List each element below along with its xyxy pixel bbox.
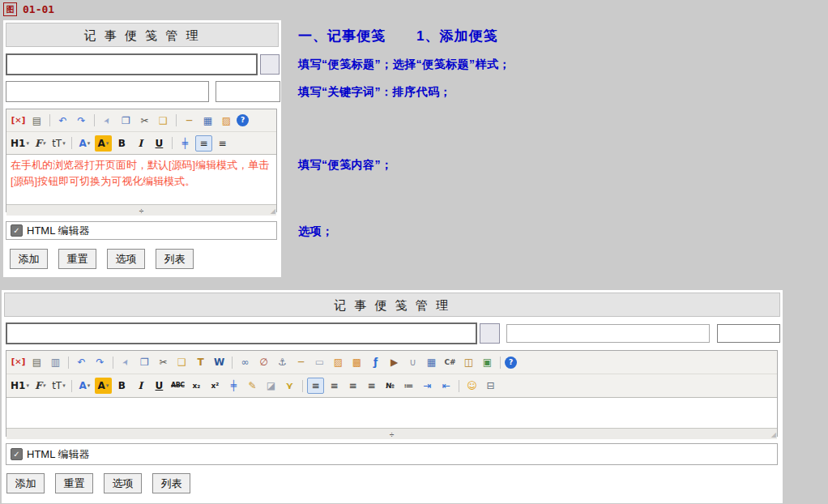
heading-style-dropdown[interactable]: H1 bbox=[10, 378, 30, 394]
bold-button[interactable]: B bbox=[113, 135, 130, 152]
align-center-button[interactable]: ≡ bbox=[326, 378, 343, 394]
insert-image-icon[interactable]: ▨ bbox=[218, 113, 235, 129]
paste-text-icon[interactable]: T bbox=[192, 354, 209, 370]
editor-content-area[interactable] bbox=[6, 397, 777, 428]
subscript-button[interactable]: x₂ bbox=[188, 378, 205, 394]
copy-icon[interactable]: ❐ bbox=[136, 354, 153, 370]
edit-highlight-icon[interactable]: ✎ bbox=[244, 378, 261, 394]
eraser-icon[interactable]: ◪ bbox=[262, 378, 280, 394]
bold-button[interactable]: B bbox=[113, 378, 130, 394]
redo-icon[interactable]: ↷ bbox=[92, 354, 109, 370]
iframe-icon[interactable]: ◫ bbox=[460, 354, 477, 370]
outdent-button[interactable]: ⇤ bbox=[437, 378, 455, 394]
resize-grip-icon[interactable]: ◢ bbox=[771, 430, 776, 439]
clean-format-icon[interactable]: ⋎ bbox=[281, 378, 298, 394]
add-button[interactable]: 添加 bbox=[6, 473, 45, 493]
copy-icon[interactable]: ❐ bbox=[117, 113, 134, 129]
emoticon-icon[interactable]: ☺ bbox=[463, 378, 480, 394]
insert-media-icon[interactable]: ▶ bbox=[386, 354, 403, 370]
title-style-button[interactable] bbox=[480, 323, 500, 344]
strikethrough-button[interactable]: ABC bbox=[169, 378, 186, 394]
align-left-button[interactable]: ≡ bbox=[307, 378, 324, 394]
html-editor-checkbox[interactable]: ✓ bbox=[11, 448, 23, 460]
preview-icon[interactable]: ▥ bbox=[47, 354, 64, 370]
editor-content-area[interactable]: 在手机的浏览器打开页面时，默认[源码]编辑模式，单击[源码]按钮即可切换为可视化… bbox=[6, 154, 276, 204]
editor-resize-bar[interactable]: ÷ ◢ bbox=[6, 428, 777, 439]
insert-table-icon[interactable]: ▦ bbox=[199, 113, 216, 129]
clipboard-icon[interactable]: ▤ bbox=[28, 113, 45, 129]
underline-button[interactable]: U bbox=[151, 135, 168, 152]
select-all-icon[interactable]: ➤ bbox=[96, 109, 119, 131]
insert-image-icon[interactable]: ▨ bbox=[330, 354, 347, 370]
source-mode-icon[interactable]: ✕ bbox=[10, 354, 27, 370]
html-editor-checkbox[interactable]: ✓ bbox=[11, 224, 23, 237]
options-button[interactable]: 选项 bbox=[107, 249, 145, 269]
anchor-icon[interactable]: ⚓ bbox=[274, 354, 291, 370]
font-size-dropdown[interactable]: tT bbox=[50, 378, 67, 394]
editor-resize-bar[interactable]: ÷ ◢ bbox=[6, 204, 276, 216]
help-icon[interactable]: ? bbox=[237, 114, 249, 126]
clipboard-icon[interactable]: ▤ bbox=[28, 354, 45, 370]
font-color-dropdown[interactable]: A bbox=[76, 378, 93, 394]
undo-icon[interactable]: ↶ bbox=[54, 113, 71, 129]
font-size-dropdown[interactable]: tT bbox=[50, 135, 67, 152]
print-icon[interactable]: ⊟ bbox=[482, 378, 499, 394]
list-button[interactable]: 列表 bbox=[156, 249, 194, 269]
undo-icon[interactable]: ↶ bbox=[73, 354, 90, 370]
italic-button[interactable]: I bbox=[132, 378, 149, 394]
note-title-input[interactable] bbox=[6, 322, 477, 344]
source-mode-icon[interactable]: ✕ bbox=[10, 113, 27, 129]
paste-icon[interactable]: ❑ bbox=[155, 113, 172, 129]
paste-word-icon[interactable]: W bbox=[211, 354, 228, 370]
underline-button[interactable]: U bbox=[151, 378, 168, 394]
attachment-icon[interactable]: ∪ bbox=[404, 354, 421, 370]
code-snippet-icon[interactable]: C# bbox=[442, 354, 459, 370]
help-icon[interactable]: ? bbox=[505, 357, 517, 369]
keyword-input[interactable] bbox=[6, 81, 209, 102]
insert-images-icon[interactable]: ▩ bbox=[348, 354, 365, 370]
font-family-dropdown[interactable]: F bbox=[32, 135, 49, 152]
resize-handle-icon[interactable]: ÷ bbox=[390, 430, 395, 439]
highlight-color-dropdown[interactable]: A bbox=[95, 135, 112, 152]
indent-button[interactable]: ⇥ bbox=[419, 378, 436, 394]
ordered-list-button[interactable]: № bbox=[382, 378, 399, 394]
photo-icon[interactable]: ▣ bbox=[479, 354, 496, 370]
reset-button[interactable]: 重置 bbox=[55, 473, 93, 493]
justify-button[interactable]: ≡ bbox=[363, 378, 380, 394]
list-button[interactable]: 列表 bbox=[152, 473, 190, 493]
insert-hr-icon[interactable]: ─ bbox=[181, 113, 198, 129]
align-right-button[interactable]: ≡ bbox=[344, 378, 361, 394]
options-button[interactable]: 选项 bbox=[104, 473, 142, 493]
select-all-icon[interactable]: ➤ bbox=[115, 351, 138, 374]
insert-hr-icon[interactable]: ─ bbox=[292, 354, 309, 370]
align-center-button[interactable]: ≡ bbox=[214, 135, 231, 152]
add-button[interactable]: 添加 bbox=[10, 249, 48, 269]
title-style-button[interactable] bbox=[260, 54, 280, 75]
align-left-button[interactable]: ≡ bbox=[195, 135, 212, 152]
redo-icon[interactable]: ↷ bbox=[73, 113, 90, 129]
superscript-button[interactable]: x² bbox=[207, 378, 224, 394]
font-color-dropdown[interactable]: A bbox=[76, 135, 93, 152]
keyword-input[interactable] bbox=[506, 324, 710, 343]
heading-style-dropdown[interactable]: H1 bbox=[10, 135, 30, 152]
italic-button[interactable]: I bbox=[132, 135, 149, 152]
tab-marks-icon[interactable]: ╪ bbox=[225, 378, 242, 394]
insert-flash-icon[interactable]: ƒ bbox=[367, 354, 384, 370]
cut-icon[interactable]: ✂ bbox=[155, 354, 172, 370]
resize-grip-icon[interactable]: ◢ bbox=[271, 207, 275, 216]
resize-handle-icon[interactable]: ÷ bbox=[139, 207, 144, 216]
link-icon[interactable]: ∞ bbox=[237, 354, 254, 370]
cut-icon[interactable]: ✂ bbox=[136, 113, 153, 129]
sort-code-input[interactable] bbox=[717, 324, 780, 343]
page-break-icon[interactable]: ▭ bbox=[311, 354, 328, 370]
unordered-list-button[interactable]: ≔ bbox=[400, 378, 417, 394]
insert-table-icon[interactable]: ▦ bbox=[423, 354, 440, 370]
tab-marks-icon[interactable]: ╪ bbox=[177, 135, 194, 152]
highlight-color-dropdown[interactable]: A bbox=[95, 378, 112, 394]
unlink-icon[interactable]: ∅ bbox=[255, 354, 272, 370]
note-title-input[interactable] bbox=[6, 53, 258, 75]
font-family-dropdown[interactable]: F bbox=[32, 378, 49, 394]
sort-code-input[interactable] bbox=[216, 81, 280, 102]
reset-button[interactable]: 重置 bbox=[58, 249, 96, 269]
paste-icon[interactable]: ❑ bbox=[173, 354, 190, 370]
